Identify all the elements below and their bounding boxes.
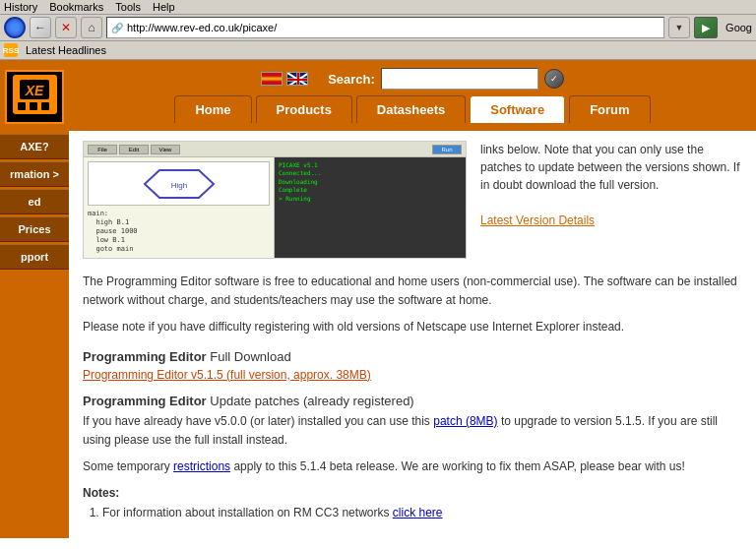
latest-version-link[interactable]: Latest Version Details xyxy=(480,214,595,227)
notes-list: For information about installation on RM… xyxy=(102,504,742,522)
sidebar-nav: AXE? rmation > ed Prices pport xyxy=(0,134,69,270)
content-body: File Edit View Run High xyxy=(69,131,756,532)
section-full-download: Programming Editor Full Download xyxy=(83,349,742,364)
tab-datasheets[interactable]: Datasheets xyxy=(356,95,466,123)
search-label: Search: xyxy=(328,72,375,87)
screen-right: PICAXE v5.1 Connected... Downloading Com… xyxy=(275,157,466,258)
tab-home[interactable]: Home xyxy=(174,95,251,123)
restrictions-text2: apply to this 5.1.4 beta release. We are… xyxy=(230,459,685,473)
browser-toolbar: ← ✕ ⌂ 🔗 ▼ ▶ Goog xyxy=(0,15,756,41)
stop-button[interactable]: ✕ xyxy=(55,17,77,38)
screen-body: High main: high B.1 pause 1000 low B.1 g… xyxy=(84,157,466,258)
logo-text: XE xyxy=(8,70,62,124)
toolbar-btn-1: File xyxy=(88,145,117,154)
search-input[interactable] xyxy=(381,68,538,90)
svg-rect-3 xyxy=(18,102,26,110)
address-icon: 🔗 xyxy=(111,23,123,33)
screen-left: High main: high B.1 pause 1000 low B.1 g… xyxy=(84,157,275,258)
go-button[interactable]: ▶ xyxy=(694,17,718,38)
address-dropdown[interactable]: ▼ xyxy=(668,17,690,38)
tab-products[interactable]: Products xyxy=(256,95,352,123)
toolbar-btn-3: View xyxy=(151,145,180,154)
patch-link[interactable]: patch (8MB) xyxy=(433,414,497,428)
section1-bold: Programming Editor xyxy=(83,349,207,364)
browser-icon xyxy=(4,17,26,38)
note1-link[interactable]: click here xyxy=(393,506,443,519)
menu-tools[interactable]: Tools xyxy=(115,1,141,13)
flag-gb xyxy=(286,72,308,86)
home-button[interactable]: ⌂ xyxy=(81,17,102,38)
screen-code: main: high B.1 pause 1000 low B.1 goto m… xyxy=(88,210,270,254)
svg-rect-4 xyxy=(30,102,37,110)
search-go-button[interactable]: ✓ xyxy=(544,69,564,89)
menu-bar: History Bookmarks Tools Help xyxy=(0,0,756,15)
sidebar-item-ed[interactable]: ed xyxy=(0,189,69,214)
sidebar-item-prices[interactable]: Prices xyxy=(0,216,69,242)
site-logo: XE xyxy=(5,70,64,124)
latest-headlines-link[interactable]: Latest Headlines xyxy=(26,44,106,56)
screen-output: PICAXE v5.1 Connected... Downloading Com… xyxy=(279,161,462,203)
software-screenshot: File Edit View Run High xyxy=(83,141,467,259)
sidebar: XE AXE? rmation > ed Prices pport xyxy=(0,60,69,538)
menu-bookmarks[interactable]: Bookmarks xyxy=(49,1,103,13)
para-netscape: Please note if you have difficulty regis… xyxy=(83,318,742,336)
content-intro: File Edit View Run High xyxy=(83,141,742,259)
menu-history[interactable]: History xyxy=(4,1,37,13)
tab-forum[interactable]: Forum xyxy=(569,95,650,123)
screen-toolbar: File Edit View Run xyxy=(84,142,466,157)
section-update-patches: Programming Editor Update patches (alrea… xyxy=(83,394,742,408)
note1-text: For information about installation on RM… xyxy=(102,506,393,519)
restrictions-text1: Some temporary xyxy=(83,459,173,473)
intro-description: links below. Note that you can only use … xyxy=(480,141,742,259)
flag-es xyxy=(261,72,283,86)
restrictions-link[interactable]: restrictions xyxy=(173,459,230,473)
update-text1: If you have already have v5.0.0 (or late… xyxy=(83,414,433,428)
notes-heading: Notes: xyxy=(83,486,742,500)
screenshot-inner: File Edit View Run High xyxy=(84,142,466,258)
browser-content: XE AXE? rmation > ed Prices pport xyxy=(0,60,756,538)
section1-normal: Full Download xyxy=(207,349,291,364)
sidebar-item-support[interactable]: pport xyxy=(0,244,69,270)
note-item-1: For information about installation on RM… xyxy=(102,504,742,522)
rss-icon: RSS xyxy=(4,43,18,57)
para-update-patches: If you have already have v5.0.0 (or late… xyxy=(83,412,742,450)
svg-text:XE: XE xyxy=(24,83,43,98)
menu-help[interactable]: Help xyxy=(153,1,175,13)
google-area: Goog xyxy=(725,22,752,33)
svg-text:High: High xyxy=(170,181,186,190)
toolbar-btn-run: Run xyxy=(432,145,462,154)
sidebar-item-axe[interactable]: AXE? xyxy=(0,134,69,159)
header-top: Search: ✓ xyxy=(261,68,564,90)
site-header: Search: ✓ Home Products Datasheets Softw… xyxy=(69,60,756,131)
nav-tabs: Home Products Datasheets Software Forum xyxy=(174,95,650,123)
google-label: Goog xyxy=(725,22,752,33)
svg-rect-5 xyxy=(41,102,49,110)
back-button[interactable]: ← xyxy=(30,17,51,38)
tab-software[interactable]: Software xyxy=(470,95,565,123)
section2-bold: Programming Editor xyxy=(83,394,207,408)
bookmarks-bar: RSS Latest Headlines xyxy=(0,41,756,60)
main-content: Search: ✓ Home Products Datasheets Softw… xyxy=(69,60,756,538)
address-input[interactable] xyxy=(127,22,660,33)
intro-text: links below. Note that you can only use … xyxy=(480,143,740,192)
search-area: Search: ✓ xyxy=(328,68,564,90)
sidebar-item-info[interactable]: rmation > xyxy=(0,161,69,187)
para-restrictions: Some temporary restrictions apply to thi… xyxy=(83,458,742,476)
para-free-software: The Programming Editor software is free … xyxy=(83,273,742,310)
full-download-link[interactable]: Programming Editor v5.1.5 (full version,… xyxy=(83,368,371,382)
section2-normal: Update patches (already registered) xyxy=(207,394,414,408)
toolbar-btn-2: Edit xyxy=(119,145,149,154)
address-bar-container: 🔗 xyxy=(106,17,664,38)
screen-canvas: High xyxy=(88,161,270,206)
